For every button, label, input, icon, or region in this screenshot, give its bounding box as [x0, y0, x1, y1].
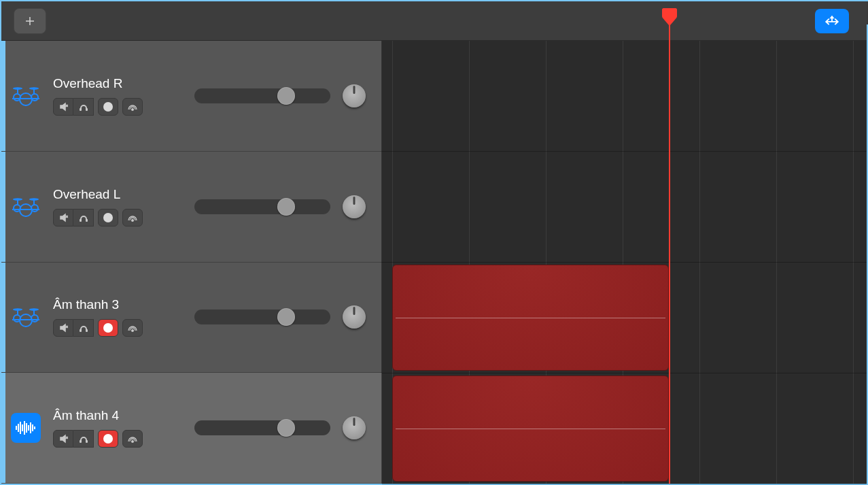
record-enable-button[interactable]	[98, 209, 118, 227]
track-header[interactable]: Âm thanh 4	[1, 373, 382, 484]
input-monitor-button[interactable]	[122, 430, 143, 448]
pan-knob[interactable]	[343, 305, 366, 329]
plus-icon	[24, 15, 36, 27]
track-color-strip	[1, 263, 5, 373]
record-enable-button[interactable]	[98, 319, 118, 337]
catch-playhead-button[interactable]	[815, 9, 849, 33]
solo-headphones-button[interactable]	[73, 319, 94, 337]
track-name-label: Âm thanh 4	[53, 408, 143, 423]
track-header[interactable]: Overhead L	[1, 152, 382, 263]
track-list: Overhead ROverhead LÂm thanh 3Âm thanh 4	[1, 41, 382, 484]
track-lane[interactable]	[382, 152, 867, 263]
mute-button[interactable]	[53, 98, 73, 116]
waveform-baseline	[396, 429, 665, 429]
arrange-area[interactable]: 1234567	[382, 41, 867, 484]
volume-thumb[interactable]	[277, 198, 295, 216]
pan-knob[interactable]	[343, 416, 366, 439]
volume-thumb[interactable]	[277, 308, 295, 326]
volume-thumb[interactable]	[277, 87, 295, 105]
track-header-toolbar	[1, 1, 867, 41]
drum-kit-icon	[11, 192, 41, 222]
track-name-label: Overhead L	[53, 187, 143, 202]
track-color-strip	[1, 41, 5, 151]
track-button-group	[53, 430, 143, 448]
record-enable-button[interactable]	[98, 430, 118, 448]
volume-thumb[interactable]	[277, 419, 295, 437]
track-button-group	[53, 98, 143, 116]
mute-button[interactable]	[53, 319, 73, 337]
track-name-label: Âm thanh 3	[53, 297, 143, 312]
solo-headphones-button[interactable]	[73, 98, 94, 116]
audio-wave-icon	[11, 413, 41, 443]
input-monitor-button[interactable]	[122, 319, 143, 337]
mute-button[interactable]	[53, 209, 73, 227]
mute-button[interactable]	[53, 430, 73, 448]
drum-kit-icon	[11, 302, 41, 332]
playhead[interactable]	[669, 24, 670, 484]
solo-headphones-button[interactable]	[73, 209, 94, 227]
record-enable-button[interactable]	[98, 98, 118, 116]
drum-kit-icon	[11, 81, 41, 111]
track-color-strip	[1, 152, 5, 262]
pan-knob[interactable]	[343, 195, 366, 218]
track-header[interactable]: Overhead R	[1, 41, 382, 152]
track-lane[interactable]	[382, 373, 867, 484]
input-monitor-button[interactable]	[122, 98, 143, 116]
track-button-group	[53, 209, 143, 227]
pan-knob[interactable]	[343, 84, 366, 107]
track-button-group	[53, 319, 143, 337]
audio-region[interactable]	[392, 265, 669, 371]
volume-slider[interactable]	[194, 310, 330, 324]
input-monitor-button[interactable]	[122, 209, 143, 227]
volume-slider[interactable]	[194, 420, 330, 435]
track-color-strip	[1, 373, 5, 483]
add-track-button[interactable]	[14, 8, 46, 34]
track-lane[interactable]	[382, 263, 867, 373]
solo-headphones-button[interactable]	[73, 430, 94, 448]
audio-region[interactable]	[392, 375, 669, 482]
playhead-handle-icon[interactable]	[662, 8, 677, 26]
waveform-baseline	[396, 318, 665, 318]
track-header[interactable]: Âm thanh 3	[1, 263, 382, 373]
app-window: Overhead ROverhead LÂm thanh 3Âm thanh 4…	[0, 0, 868, 485]
track-lane[interactable]	[382, 41, 867, 152]
volume-slider[interactable]	[194, 88, 330, 103]
catch-icon	[824, 14, 839, 29]
volume-slider[interactable]	[194, 199, 330, 214]
track-name-label: Overhead R	[53, 76, 143, 91]
